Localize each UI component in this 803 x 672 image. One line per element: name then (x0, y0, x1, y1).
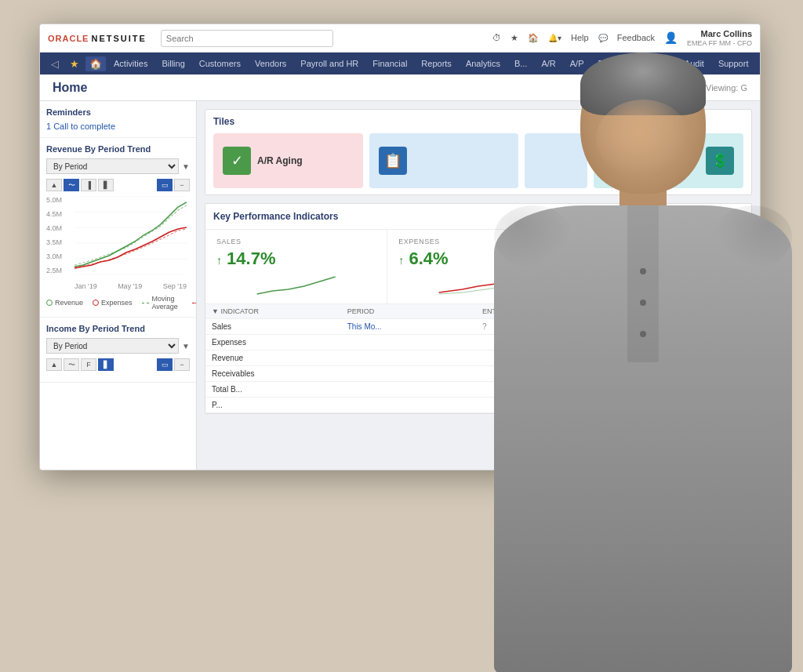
row-revenue-name: Revenue (205, 351, 341, 366)
kpi-cards: SALES ↑ 14.7% EXPENSES (205, 230, 751, 304)
help-label[interactable]: Help (571, 33, 589, 42)
search-input[interactable] (161, 30, 333, 47)
y-label-4: 3.5M (46, 238, 71, 246)
menu-sales-audit[interactable]: Sales Audit (655, 56, 710, 71)
feedback-icon[interactable]: 💬 (598, 34, 608, 42)
row-expenses-empty (448, 335, 476, 351)
kpi-header: Key Performance Indicators ↻ ⋮ (205, 204, 751, 230)
menu-analytics[interactable]: Analytics (460, 56, 507, 71)
row-expenses-period (341, 335, 448, 351)
tile-ar-aging[interactable]: ✓ A/R Aging (213, 133, 363, 188)
tile-profit-loss-label: Profit & Loss (603, 156, 662, 167)
x-label-2: May '19 (118, 282, 142, 290)
kpi-expenses-value: ↑ 6.4% (398, 249, 558, 269)
home-menu-icon[interactable]: 🏠 (85, 56, 106, 71)
y-label-1: 5.0M (46, 196, 71, 204)
legend-ma-revenue: Moving Average (142, 295, 183, 311)
kpi-row-p: P... (205, 398, 751, 413)
favorites-icon[interactable]: ★ (65, 55, 84, 73)
income-chart-line-icon[interactable]: 〜 (64, 358, 79, 371)
payables-arrow-up: ↑ (581, 254, 587, 267)
menu-reports[interactable]: Reports (415, 56, 458, 71)
bell-icon[interactable]: 🔔▾ (548, 34, 561, 42)
kpi-refresh-icon[interactable]: ↻ (717, 210, 726, 223)
expenses-arrow-up: ↑ (398, 254, 404, 267)
tiles-header: Tiles (213, 116, 743, 127)
income-chart-f-icon[interactable]: F (81, 358, 96, 371)
chart-area-icon[interactable]: ▲ (46, 179, 62, 191)
row-sales-ent: ? (476, 319, 536, 335)
chart-line-icon[interactable]: 〜 (64, 179, 79, 191)
kpi-title: Key Performance Indicators (213, 211, 338, 222)
menu-more[interactable]: B... (508, 56, 534, 71)
chart-bar-icon[interactable]: ▐ (81, 179, 96, 191)
menu-fixed-assets[interactable]: Fixed Assets (592, 56, 653, 71)
income-period-select[interactable]: By Period (46, 338, 179, 354)
tile-2[interactable]: 📋 (369, 133, 519, 188)
income-chart-area-icon[interactable]: ▲ (46, 358, 62, 371)
kpi-row-revenue: Revenue ↑ 14.7% (205, 351, 751, 366)
row-p-period (341, 398, 448, 413)
feedback-label[interactable]: Feedback (617, 33, 655, 42)
tile-3[interactable] (525, 133, 587, 188)
menu-payroll[interactable]: Payroll and HR (294, 56, 365, 71)
kpi-expenses-label: EXPENSES (398, 238, 558, 245)
row-receivables-change: ↑ 45.8% (654, 366, 751, 382)
right-panel: Tiles ✓ A/R Aging 📋 (197, 101, 760, 470)
income-trend-title: Income By Period Trend (46, 324, 190, 333)
home-header: Home Change Subsidiary Viewing: G (40, 74, 760, 101)
row-receivables-period (341, 366, 448, 382)
period-select[interactable]: By Period (46, 158, 179, 174)
row-receivables-name: Receivables (205, 366, 341, 382)
row-sales-empty (448, 319, 476, 335)
chart-expand-icon[interactable]: ▭ (157, 179, 173, 191)
row-expenses-previous: £3,380,624 (536, 335, 654, 351)
legend-ma-revenue-line (142, 303, 150, 303)
income-dropdown-icon: ▼ (182, 342, 190, 351)
menu-support[interactable]: Support (712, 56, 755, 71)
chart-svg-area (74, 196, 187, 274)
menu-activities[interactable]: Activities (107, 56, 154, 71)
star-icon[interactable]: ★ (511, 33, 518, 43)
row-p-change (654, 398, 751, 413)
row-totalb-previous (536, 382, 654, 398)
row-expenses-ent (476, 335, 536, 351)
row-sales-name: Sales (205, 319, 341, 335)
kpi-section: Key Performance Indicators ↻ ⋮ SALES ↑ 1… (205, 203, 752, 414)
row-totalb-change: ↑ 10.9% (654, 382, 751, 398)
page-title: Home (53, 81, 87, 95)
x-label-1: Jan '19 (74, 282, 97, 290)
reminders-item[interactable]: 1 Call to complete (46, 122, 190, 131)
row-sales-change: ↑ 14.7% (654, 319, 751, 335)
menu-ar[interactable]: A/R (535, 56, 561, 71)
income-chart-bar-icon[interactable]: ▋ (98, 358, 114, 371)
row-receivables-ent (476, 366, 536, 382)
chart-column-icon[interactable]: ▋ (98, 179, 114, 191)
menu-ap[interactable]: A/P (564, 56, 590, 71)
menu-financial[interactable]: Financial (366, 56, 413, 71)
row-receivables-empty (448, 366, 476, 382)
menu-customers[interactable]: Customers (193, 56, 247, 71)
menu-billing[interactable]: Billing (155, 56, 191, 71)
kpi-more-icon[interactable]: ⋮ (732, 210, 743, 223)
chart-minimize-icon[interactable]: − (174, 179, 190, 191)
kpi-table: ▼ INDICATOR PERIOD ENT PREVIOUS CHANGE S… (205, 304, 751, 413)
sales-arrow-up: ↑ (216, 254, 222, 267)
y-label-5: 3.0M (46, 252, 71, 260)
row-p-empty (448, 398, 476, 413)
income-minimize-icon[interactable]: − (174, 358, 190, 371)
income-expand-icon[interactable]: ▭ (157, 358, 173, 371)
kpi-actions: ↻ ⋮ (717, 210, 743, 223)
menu-vendors[interactable]: Vendors (249, 56, 292, 71)
change-subsidiary-link[interactable]: Change Subsidiary (623, 83, 696, 93)
row-revenue-ent (476, 351, 536, 366)
kpi-card-sales: SALES ↑ 14.7% (205, 230, 387, 303)
back-icon[interactable]: ◁ (46, 55, 64, 73)
expenses-chart-svg (398, 272, 558, 296)
tile-profit-loss[interactable]: Profit & Loss 💲 (594, 133, 743, 188)
row-revenue-empty (448, 351, 476, 366)
timer-icon[interactable]: ⏱ (492, 33, 501, 42)
oracle-text: ORACLE (48, 34, 89, 43)
home-icon[interactable]: 🏠 (528, 33, 539, 43)
payables-chart-svg (581, 272, 740, 296)
